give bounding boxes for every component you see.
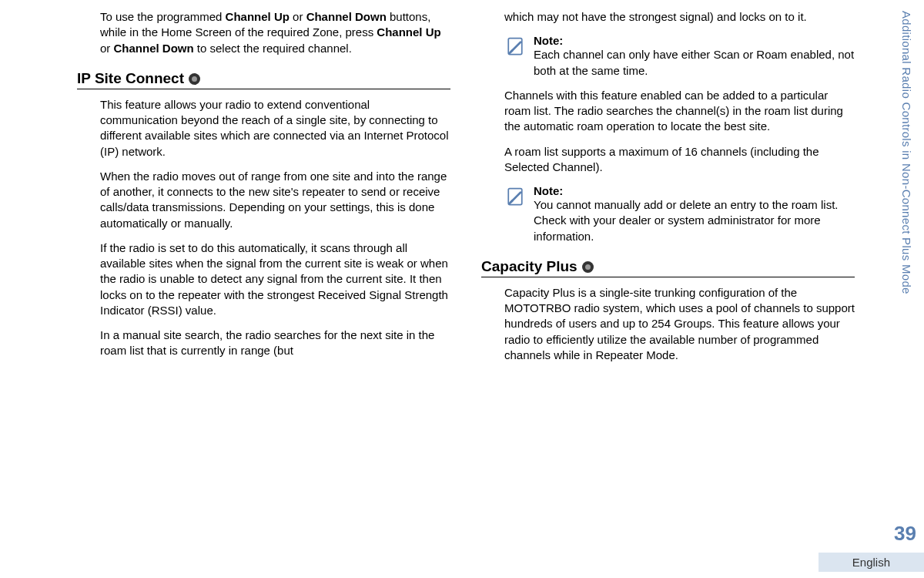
note-icon bbox=[504, 186, 526, 207]
page-content: To use the programmed Channel Up or Chan… bbox=[0, 0, 924, 578]
heading-ip-site-connect: IP Site Connect bbox=[77, 70, 450, 89]
note-text: Each channel can only have either Scan o… bbox=[534, 48, 854, 76]
note-body: Note: You cannot manually add or delete … bbox=[534, 184, 855, 244]
body-paragraph: A roam list supports a maximum of 16 cha… bbox=[481, 144, 855, 176]
heading-text: Capacity Plus bbox=[481, 258, 578, 275]
heading-capacity-plus: Capacity Plus bbox=[481, 258, 855, 277]
disc-icon bbox=[189, 73, 200, 85]
body-paragraph: If the radio is set to do this automatic… bbox=[77, 240, 450, 318]
side-section-label: Additional Radio Controls in Non-Connect… bbox=[900, 11, 913, 294]
body-paragraph: Capacity Plus is a single-site trunking … bbox=[481, 285, 855, 363]
note-block: Note: Each channel can only have either … bbox=[481, 34, 855, 79]
note-block: Note: You cannot manually add or delete … bbox=[481, 184, 855, 244]
body-paragraph: Channels with this feature enabled can b… bbox=[481, 88, 855, 135]
heading-text: IP Site Connect bbox=[77, 70, 184, 87]
right-column: which may not have the strongest signal)… bbox=[481, 9, 893, 563]
page-number: 39 bbox=[894, 522, 916, 546]
note-body: Note: Each channel can only have either … bbox=[534, 34, 855, 79]
body-paragraph: In a manual site search, the radio searc… bbox=[77, 328, 450, 359]
body-paragraph: When the radio moves out of range from o… bbox=[77, 169, 450, 231]
note-label: Note: bbox=[534, 184, 855, 197]
body-paragraph: This feature allows your radio to extend… bbox=[77, 97, 450, 160]
language-tab: English bbox=[819, 553, 924, 572]
note-label: Note: bbox=[534, 34, 855, 47]
note-icon bbox=[504, 35, 526, 57]
continuation-paragraph: which may not have the strongest signal)… bbox=[481, 9, 855, 25]
disc-icon bbox=[582, 261, 594, 273]
intro-paragraph: To use the programmed Channel Up or Chan… bbox=[77, 9, 450, 56]
left-column: To use the programmed Channel Up or Chan… bbox=[77, 9, 450, 563]
note-text: You cannot manually add or delete an ent… bbox=[534, 198, 839, 243]
